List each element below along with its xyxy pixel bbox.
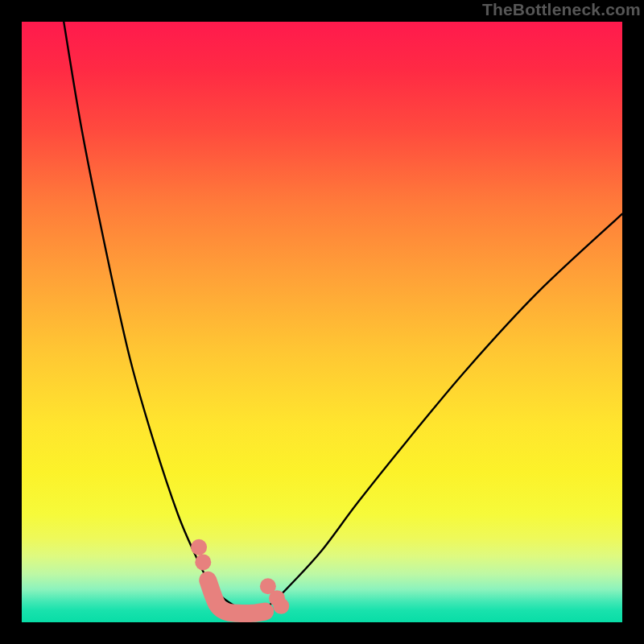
- plot-area: [22, 22, 622, 622]
- marker-dot: [195, 554, 211, 570]
- attribution-text: TheBottleneck.com: [482, 0, 641, 19]
- marker-dot: [191, 539, 207, 555]
- left-curve: [64, 22, 253, 613]
- right-curve: [253, 214, 622, 613]
- marker-worm: [208, 580, 265, 613]
- chart-svg: [22, 22, 622, 622]
- marker-dot: [273, 598, 289, 614]
